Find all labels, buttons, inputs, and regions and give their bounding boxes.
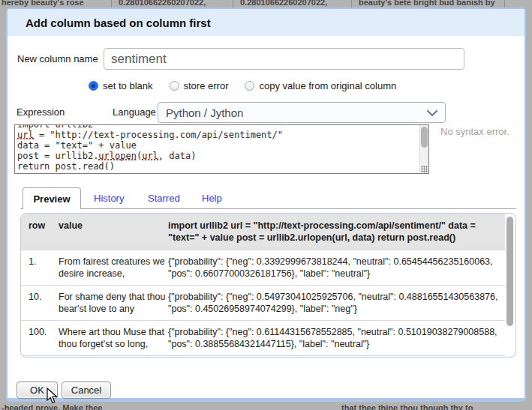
column-divider (504, 0, 505, 7)
cell-row-index: 10. (29, 291, 59, 315)
cell-result: {"probability": {"neg": 0.33929996738182… (168, 256, 500, 280)
header-row: row (29, 220, 59, 244)
spellcheck-underline (98, 159, 136, 160)
cancel-button[interactable]: Cancel (62, 382, 111, 399)
on-error-options: set to blank store error copy value from… (89, 80, 408, 91)
radio-set-to-blank[interactable] (89, 81, 98, 91)
header-value: value (59, 220, 168, 244)
cell-result: {"probability": {"neg": 0.54973041025925… (168, 291, 500, 315)
bg-cell: 0.28010662260207022, (119, 0, 206, 7)
preview-scrollbar[interactable] (506, 216, 514, 355)
new-column-name-label: New column name (17, 53, 98, 64)
cell-result: {"probability": {"neg": 0.61144315678552… (168, 326, 500, 350)
tabbar-divider (20, 208, 516, 209)
syntax-status: No syntax error. (440, 126, 509, 137)
dialog-title: Add column based on column first (26, 16, 211, 29)
radio-label[interactable]: set to blank (103, 80, 153, 91)
table-row: 100. Where art thou Muse that thou forge… (21, 320, 505, 355)
radio-store-error[interactable] (170, 81, 179, 91)
preview-table: row value import urllib2 url = "http://t… (21, 214, 505, 358)
expression-label: Expression (17, 106, 65, 118)
cell-value: From fairest creatures we desire increas… (59, 256, 168, 280)
preview-panel: row value import urllib2 url = "http://t… (20, 213, 516, 358)
background-table-bottom: -headed prove, Make thee that thee thine… (0, 403, 532, 410)
radio-label[interactable]: store error (184, 80, 229, 91)
bg-cell: -headed prove, Make thee (2, 403, 103, 410)
language-selected-value: Python / Jython (166, 106, 243, 119)
resize-grip-icon[interactable] (421, 166, 428, 172)
bg-cell: beauty's bete bright bud banish by (359, 0, 495, 7)
radio-label[interactable]: copy value from original column (259, 80, 396, 91)
dialog-header: Add column based on column first (8, 9, 524, 36)
scrollbar-thumb[interactable] (506, 217, 513, 326)
bg-cell: hereby beauty's rose (2, 0, 84, 7)
column-divider (351, 0, 352, 7)
mouse-cursor-icon (47, 388, 58, 404)
cell-value: For shame deny that thou bear'st love to… (59, 291, 168, 315)
background-table-top: hereby beauty's rose 0.28010662260207022… (0, 0, 532, 7)
table-row: 10. For shame deny that thou bear'st lov… (21, 285, 505, 320)
expression-code: import urllib2 url = "http://text-proces… (17, 124, 418, 172)
scrollbar-thumb[interactable] (421, 127, 428, 148)
spellcheck-underline (142, 159, 158, 160)
tab-history[interactable]: History (94, 193, 124, 204)
table-row: 101. O truant Muse what {"probability": … (21, 355, 505, 358)
bg-cell: that thee thine thou though thy to (341, 403, 473, 410)
tab-help[interactable]: Help (202, 193, 222, 204)
language-label: Language (113, 106, 156, 118)
add-column-dialog: Add column based on column first New col… (6, 7, 526, 402)
tab-starred[interactable]: Starred (148, 193, 180, 204)
chevron-down-icon (427, 106, 437, 119)
table-header-row: row value import urllib2 url = "http://t… (21, 214, 505, 250)
new-column-name-input[interactable] (104, 48, 464, 70)
cell-value: Where art thou Muse that thou forget'st … (59, 326, 168, 350)
radio-copy-value[interactable] (245, 81, 254, 91)
spellcheck-underline (17, 138, 34, 139)
tab-preview[interactable]: Preview (23, 187, 81, 209)
column-divider (233, 0, 233, 7)
header-expression: import urllib2 url = "http://text-proces… (168, 220, 500, 244)
language-select[interactable]: Python / Jython (158, 102, 446, 123)
expression-editor[interactable]: import urllib2 url = "http://text-proces… (14, 124, 429, 174)
bg-cell: 0.28010662260207022, (240, 0, 327, 7)
cell-row-index: 100. (29, 326, 59, 350)
table-row: 1. From fairest creatures we desire incr… (21, 250, 505, 285)
column-divider (111, 0, 112, 7)
cell-row-index: 1. (29, 256, 59, 280)
